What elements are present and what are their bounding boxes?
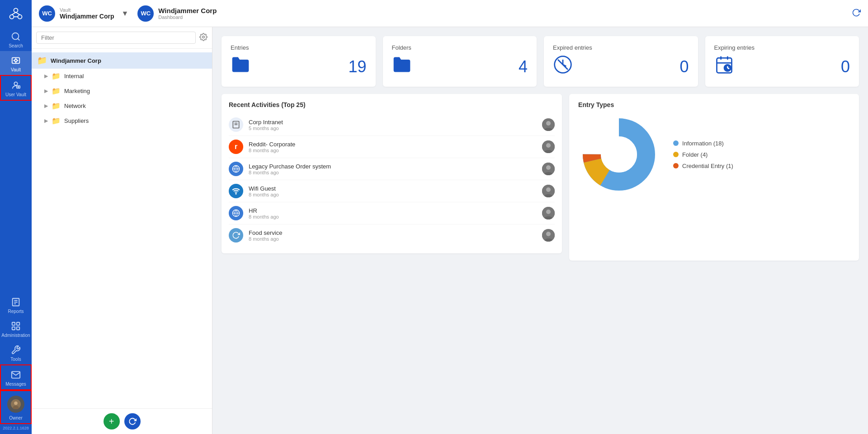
sidebar-logo <box>0 0 32 27</box>
tree-item-suppliers[interactable]: ▶ 📁 Suppliers <box>32 113 212 128</box>
tree-item-internal[interactable]: ▶ 📁 Internal <box>32 69 212 84</box>
legend-dot-information <box>673 140 679 146</box>
svg-point-45 <box>546 143 551 148</box>
activity-name-5: Food service <box>249 229 537 236</box>
tree-items: 📁 Windjammer Corp ▶ 📁 Internal ▶ 📁 Marke… <box>32 49 212 408</box>
svg-rect-24 <box>17 327 19 330</box>
legend-item-2: Credential Entry (1) <box>673 163 733 169</box>
stat-expiring-value: 0 <box>841 57 850 76</box>
sidebar-item-messages-label: Messages <box>5 382 26 387</box>
sidebar-item-administration[interactable]: Administration <box>0 317 32 341</box>
svg-point-28 <box>203 36 205 38</box>
root-folder-icon: 📁 <box>37 56 47 65</box>
sidebar-item-vault-label: Vault <box>11 67 21 72</box>
stat-entries-title: Entries <box>231 44 367 51</box>
owner-label: Owner <box>9 415 22 420</box>
tree-footer: + <box>32 408 212 434</box>
entry-types-title: Entry Types <box>578 101 850 108</box>
legend-label-2: Credential Entry (1) <box>682 163 733 169</box>
svg-line-4 <box>16 12 20 14</box>
vault-icon <box>11 56 21 65</box>
stat-expired-body: 0 <box>553 55 689 79</box>
expired-icon <box>553 55 573 79</box>
tree-item-marketing[interactable]: ▶ 📁 Marketing <box>32 84 212 98</box>
svg-rect-21 <box>12 322 15 325</box>
reports-icon <box>11 297 21 307</box>
chevron-right-icon: ▶ <box>44 88 48 94</box>
folder-icon: 📁 <box>52 117 61 125</box>
activity-icon-reddit: r <box>229 140 243 154</box>
header-refresh-icon[interactable] <box>852 8 861 19</box>
svg-line-37 <box>727 68 729 69</box>
vault-selector[interactable]: WC Vault Windjammer Corp ▼ <box>39 5 128 22</box>
content-panel: Entries 19 Folders <box>212 27 868 434</box>
add-button[interactable]: + <box>104 413 120 429</box>
chevron-right-icon: ▶ <box>44 103 48 109</box>
activity-icon-legacy <box>229 162 243 176</box>
tree-item-label: Internal <box>64 73 84 79</box>
sidebar-item-search[interactable]: Search <box>0 27 32 51</box>
messages-icon <box>11 370 21 380</box>
sidebar-item-reports[interactable]: Reports <box>0 293 32 317</box>
vault-name: Windjammer Corp <box>60 13 114 20</box>
tree-item-label: Suppliers <box>64 117 89 124</box>
stat-card-expiring: Expiring entries 0 <box>705 36 859 87</box>
folder-icon: 📁 <box>52 102 61 110</box>
activity-row-4: HR 8 months ago <box>229 202 555 224</box>
activity-name-2: Legacy Purchase Order system <box>249 163 537 170</box>
activity-avatar-5 <box>542 229 555 242</box>
tree-root[interactable]: 📁 Windjammer Corp <box>32 52 212 69</box>
folder-icon: 📁 <box>52 72 61 80</box>
tree-item-label: Marketing <box>64 88 90 94</box>
svg-point-2 <box>18 15 22 19</box>
svg-rect-22 <box>17 322 19 325</box>
sidebar-item-owner[interactable]: Owner <box>0 390 32 424</box>
legend-label-1: Folder (4) <box>682 151 708 158</box>
tree-item-network[interactable]: ▶ 📁 Network <box>32 98 212 113</box>
activity-name-3: Wifi Guest <box>249 185 537 192</box>
activities-card: Recent Activities (Top 25) Corp Intranet… <box>222 94 562 253</box>
filter-input[interactable] <box>36 32 196 44</box>
stat-folders-body: 4 <box>392 55 528 79</box>
stat-card-entries: Entries 19 <box>222 36 376 87</box>
activity-row-2: Legacy Purchase Order system 8 months ag… <box>229 158 555 180</box>
svg-point-26 <box>14 401 18 405</box>
page-subtitle: Dashboard <box>158 14 217 20</box>
svg-line-3 <box>12 12 16 14</box>
entry-types-card: Entry Types <box>569 94 859 261</box>
activity-info-4: HR 8 months ago <box>249 207 537 219</box>
stat-card-folders: Folders 4 <box>383 36 537 87</box>
activity-avatar-2 <box>542 163 555 175</box>
sidebar-item-user-vault[interactable]: User Vault <box>0 75 32 101</box>
sidebar-bottom: Owner 2022.2.1.1628 <box>0 390 32 434</box>
entry-types-body: Information (18) Folder (4) Credential E… <box>578 114 850 195</box>
header: WC Vault Windjammer Corp ▼ WC Windjammer… <box>32 0 868 27</box>
activity-avatar-3 <box>542 185 555 197</box>
svg-line-7 <box>18 38 19 40</box>
svg-point-9 <box>14 59 17 62</box>
sidebar-item-tools[interactable]: Tools <box>0 341 32 364</box>
chevron-down-icon: ▼ <box>121 9 128 18</box>
svg-point-50 <box>546 165 551 170</box>
refresh-button[interactable] <box>124 413 141 429</box>
activity-info-3: Wifi Guest 8 months ago <box>249 185 537 197</box>
title-badge: WC <box>137 5 154 22</box>
sidebar-item-search-label: Search <box>9 43 23 48</box>
filter-gear-icon[interactable] <box>199 33 208 43</box>
stat-entries-body: 19 <box>231 55 367 79</box>
sidebar-nav: Search Vault User Vault <box>0 27 32 390</box>
activity-icon-wifi <box>229 184 243 198</box>
vault-badge: WC <box>39 5 55 22</box>
avatar-icon <box>11 399 21 409</box>
activity-time-5: 8 months ago <box>249 236 537 242</box>
svg-point-59 <box>546 210 551 214</box>
tree-item-label: Network <box>64 103 86 109</box>
activity-name-1: Reddit- Corporate <box>249 141 537 148</box>
activity-avatar-4 <box>542 207 555 219</box>
sidebar-item-tools-label: Tools <box>10 357 21 362</box>
stats-row: Entries 19 Folders <box>222 36 859 87</box>
sidebar-item-reports-label: Reports <box>8 309 24 314</box>
sidebar-item-vault[interactable]: Vault <box>0 51 32 75</box>
sidebar-item-messages[interactable]: Messages <box>0 364 32 390</box>
svg-point-14 <box>14 82 17 85</box>
